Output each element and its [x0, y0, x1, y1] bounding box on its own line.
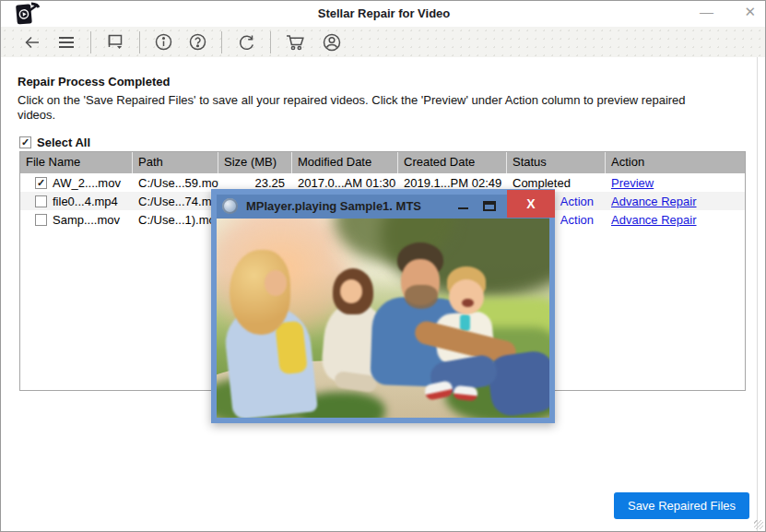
- status-cell: Completed: [507, 176, 606, 190]
- column-header-action[interactable]: Action: [606, 152, 746, 173]
- path-cell: C:/Use...59.mov: [133, 176, 218, 190]
- app-title: Stellar Repair for Video: [1, 6, 766, 20]
- file-name-cell: Samp....mov: [53, 213, 120, 227]
- mplayer-minimize-button[interactable]: [458, 207, 468, 209]
- right-edge-divider: [757, 57, 758, 532]
- back-button[interactable]: [19, 31, 45, 53]
- column-header-status[interactable]: Status: [507, 152, 606, 173]
- page-description: Click on the 'Save Repaired Files' to sa…: [18, 93, 696, 123]
- path-cell: C:/Use...74.m: [133, 195, 218, 208]
- column-header-file-name[interactable]: File Name: [20, 152, 133, 173]
- account-icon: [322, 32, 342, 53]
- app-window: Stellar Repair for Video — ✕: [0, 0, 766, 532]
- modified-date-cell: 2017.0...AM 01:30: [292, 176, 398, 190]
- mplayer-close-button[interactable]: X: [507, 190, 555, 218]
- mplayer-titlebar[interactable]: MPlayer.playing Sample1. MTS X: [217, 195, 549, 219]
- preview-link[interactable]: Preview: [611, 176, 654, 190]
- select-all-row: ✓ Select All: [19, 136, 90, 149]
- refresh-icon: [236, 32, 256, 52]
- file-name-cell: file0...4.mp4: [53, 195, 118, 208]
- info-icon: [154, 32, 173, 52]
- menu-icon: [56, 33, 77, 52]
- row-checkbox[interactable]: [35, 195, 47, 207]
- size-cell: 23.25: [218, 176, 292, 190]
- toolbar-separator: [221, 31, 222, 53]
- toolbar: [1, 27, 766, 57]
- photo-shape: [405, 285, 438, 309]
- minimize-window-button[interactable]: —: [700, 4, 713, 19]
- mplayer-window: MPlayer.playing Sample1. MTS X: [211, 189, 555, 423]
- row-checkbox[interactable]: ✓: [35, 177, 47, 189]
- photo-shape: [449, 279, 484, 314]
- column-header-created-date[interactable]: Created Date: [398, 152, 507, 173]
- mplayer-title: MPlayer.playing Sample1. MTS: [246, 199, 421, 213]
- toolbar-separator: [139, 31, 140, 53]
- toolbar-separator: [270, 31, 271, 53]
- toolbar-separator: [90, 31, 91, 53]
- refresh-button[interactable]: [232, 30, 260, 53]
- created-date-cell: 2019.1...PM 02:49: [398, 176, 507, 190]
- advance-repair-link[interactable]: Advance Repair: [611, 213, 697, 227]
- photo-shape: [460, 314, 470, 331]
- account-button[interactable]: [318, 30, 346, 54]
- info-button[interactable]: [150, 30, 177, 53]
- advance-repair-link[interactable]: Advance Repair: [611, 195, 697, 208]
- mplayer-logo-icon: [222, 198, 238, 214]
- select-all-checkbox[interactable]: ✓: [19, 136, 31, 148]
- file-name-cell: AW_2....mov: [53, 176, 121, 190]
- mplayer-maximize-button[interactable]: [483, 201, 496, 211]
- photo-shape: [453, 385, 477, 402]
- page-title: Repair Process Completed: [18, 75, 170, 89]
- table-header-row: File Name Path Size (MB) Modified Date C…: [20, 152, 745, 173]
- cart-icon: [285, 32, 307, 52]
- photo-shape: [275, 321, 308, 375]
- photo-shape: [462, 299, 474, 307]
- close-window-button[interactable]: ✕: [744, 4, 756, 20]
- buy-button[interactable]: [281, 30, 311, 53]
- help-button[interactable]: [184, 30, 211, 53]
- photo-shape: [340, 279, 362, 303]
- select-all-label: Select All: [37, 136, 90, 149]
- menu-button[interactable]: [53, 31, 80, 53]
- back-icon: [23, 33, 41, 52]
- resize-grip[interactable]: [754, 520, 763, 529]
- video-frame[interactable]: [217, 219, 549, 418]
- help-icon: [188, 32, 207, 52]
- column-header-path[interactable]: Path: [133, 152, 218, 173]
- path-cell: C:/Use...1).mo: [133, 213, 218, 227]
- save-repaired-files-button[interactable]: Save Repaired Files: [614, 492, 749, 519]
- row-checkbox[interactable]: [35, 214, 47, 226]
- feedback-button[interactable]: [101, 30, 129, 53]
- column-header-modified-date[interactable]: Modified Date: [292, 152, 398, 173]
- titlebar: Stellar Repair for Video — ✕: [1, 1, 766, 27]
- column-header-size[interactable]: Size (MB): [218, 152, 292, 173]
- photo-shape: [486, 349, 549, 418]
- photo-shape: [265, 270, 287, 296]
- feedback-flag-icon: [105, 32, 125, 52]
